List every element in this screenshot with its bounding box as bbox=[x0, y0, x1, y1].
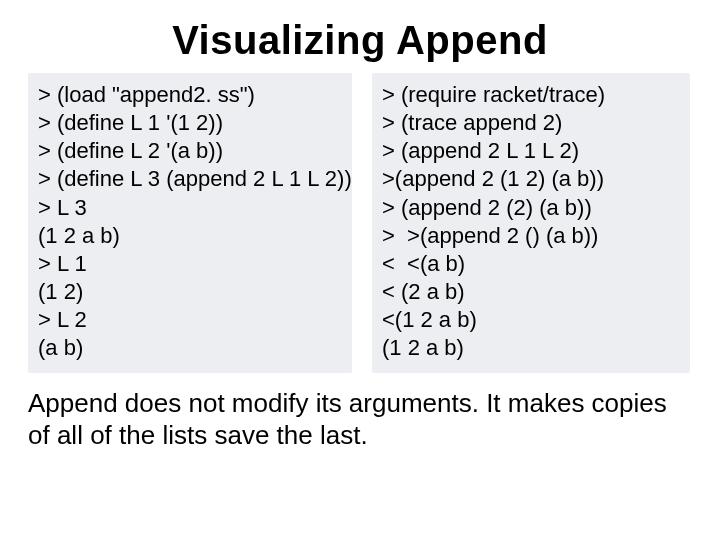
code-line: > (append 2 (2) (a b)) bbox=[382, 194, 680, 222]
code-line: > (define L 3 (append 2 L 1 L 2)) bbox=[38, 165, 342, 193]
code-line: > L 1 bbox=[38, 250, 342, 278]
code-line: > (define L 2 '(a b)) bbox=[38, 137, 342, 165]
code-line: >(append 2 (1 2) (a b)) bbox=[382, 165, 680, 193]
code-line: > (require racket/trace) bbox=[382, 81, 680, 109]
code-columns: > (load "append2. ss") > (define L 1 '(1… bbox=[28, 73, 692, 373]
code-line: < (2 a b) bbox=[382, 278, 680, 306]
code-line: (1 2 a b) bbox=[38, 222, 342, 250]
code-line: > L 3 bbox=[38, 194, 342, 222]
code-left: > (load "append2. ss") > (define L 1 '(1… bbox=[28, 73, 352, 373]
code-line: (1 2 a b) bbox=[382, 334, 680, 362]
code-right: > (require racket/trace) > (trace append… bbox=[372, 73, 690, 373]
code-line: <(1 2 a b) bbox=[382, 306, 680, 334]
page-title: Visualizing Append bbox=[28, 18, 692, 63]
code-line: > L 2 bbox=[38, 306, 342, 334]
code-line: > (define L 1 '(1 2)) bbox=[38, 109, 342, 137]
footer-note: Append does not modify its arguments. It… bbox=[28, 387, 692, 452]
code-line: > >(append 2 () (a b)) bbox=[382, 222, 680, 250]
code-line: (a b) bbox=[38, 334, 342, 362]
slide: Visualizing Append > (load "append2. ss"… bbox=[0, 0, 720, 540]
code-line: > (append 2 L 1 L 2) bbox=[382, 137, 680, 165]
code-line: < <(a b) bbox=[382, 250, 680, 278]
code-line: (1 2) bbox=[38, 278, 342, 306]
code-line: > (trace append 2) bbox=[382, 109, 680, 137]
code-line: > (load "append2. ss") bbox=[38, 81, 342, 109]
